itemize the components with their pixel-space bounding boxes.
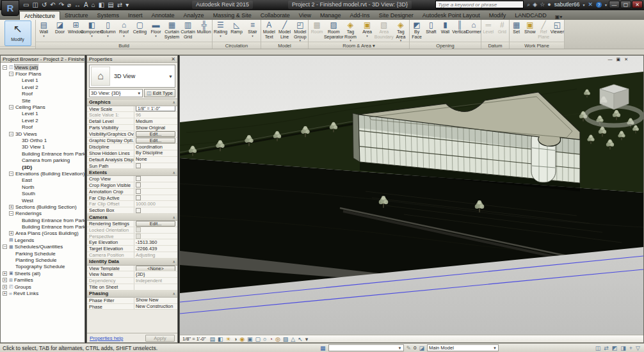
edit-button[interactable]: <None> bbox=[136, 266, 175, 271]
tab-annotate[interactable]: Annotate bbox=[147, 11, 179, 20]
panel-label-select[interactable]: Select ▾ bbox=[0, 46, 35, 49]
aligned-dimension-icon[interactable]: ↔ bbox=[74, 1, 81, 10]
property-value[interactable] bbox=[134, 227, 177, 233]
section-header-identity-data[interactable]: Identity Data∧ bbox=[87, 259, 177, 266]
show-rendering-dialog-icon[interactable]: ◉ bbox=[239, 336, 245, 342]
exchange-apps-icon[interactable]: ✕ bbox=[588, 1, 593, 8]
tree-item-elevations-building-elevation[interactable]: −Elevations (Building Elevation) bbox=[1, 170, 85, 177]
tree-item-area-plans-gross-building[interactable]: +Area Plans (Gross Building) bbox=[1, 230, 85, 237]
tree-item-level-2[interactable]: Level 2 bbox=[1, 84, 85, 90]
show-button[interactable]: ▣Show bbox=[523, 20, 536, 35]
tab-architecture[interactable]: Architecture bbox=[19, 11, 60, 20]
tree-item-west[interactable]: West bbox=[1, 197, 85, 204]
collapse-icon[interactable]: − bbox=[9, 72, 13, 76]
tree-item-floor-plans[interactable]: −Floor Plans bbox=[1, 70, 85, 77]
thin-lines-icon[interactable]: ▤ bbox=[108, 1, 113, 10]
collapse-icon[interactable]: − bbox=[9, 105, 13, 109]
grid-button[interactable]: #Grid bbox=[495, 20, 510, 35]
collapse-icon[interactable]: − bbox=[9, 172, 13, 176]
save-icon[interactable]: ◫ bbox=[32, 1, 38, 10]
tab-site-designer[interactable]: Site Designer bbox=[374, 11, 418, 20]
modify-button[interactable]: ↖Modify bbox=[4, 20, 31, 46]
tab-massing-site[interactable]: Massing & Site bbox=[209, 11, 256, 20]
expand-icon[interactable]: + bbox=[3, 271, 7, 276]
temporary-hide-isolate-icon[interactable]: ◔ bbox=[269, 336, 272, 342]
edit-button[interactable]: Edit... bbox=[136, 138, 175, 143]
set-button[interactable]: ▦Set bbox=[510, 20, 523, 35]
section-collapse-icon[interactable]: ∧ bbox=[173, 100, 175, 104]
dropdown-arrow-icon[interactable]: ▾ bbox=[107, 35, 109, 37]
tag-room-button[interactable]: ◈Tag Room▾ bbox=[342, 20, 358, 42]
wall-button[interactable]: ▮Wall bbox=[438, 20, 452, 35]
dormer-button[interactable]: ⌂Dormer bbox=[467, 20, 481, 35]
tree-item-ceiling-plans[interactable]: −Ceiling Plans bbox=[1, 104, 85, 110]
tree-item-level-1[interactable]: Level 1 bbox=[1, 111, 85, 117]
checkbox[interactable] bbox=[136, 182, 141, 188]
shadows-icon[interactable]: ◑ bbox=[234, 336, 237, 342]
tree-item-level-1[interactable]: Level 1 bbox=[1, 77, 85, 84]
filter-icon[interactable]: ▽ bbox=[636, 345, 640, 351]
dropdown-arrow-icon[interactable]: ▾ bbox=[43, 35, 45, 37]
property-value[interactable] bbox=[134, 234, 177, 239]
component-button[interactable]: ◧Component▾ bbox=[84, 20, 100, 37]
tree-item-legends[interactable]: ▤Legends bbox=[1, 237, 85, 243]
application-menu-button[interactable]: R bbox=[1, 0, 19, 16]
shaft-button[interactable]: ▯Shaft bbox=[424, 20, 438, 35]
property-value[interactable] bbox=[134, 189, 177, 195]
section-header-graphics[interactable]: Graphics∧ bbox=[87, 99, 177, 106]
property-value[interactable]: 1/8" = 1'-0" bbox=[134, 106, 177, 112]
tab-structure[interactable]: Structure bbox=[60, 11, 93, 20]
tree-item-planting-schedule[interactable]: Planting Schedule bbox=[1, 257, 85, 263]
property-value[interactable]: Independent bbox=[134, 278, 177, 284]
tree-item-level-2[interactable]: Level 2 bbox=[1, 117, 85, 124]
mullion-button[interactable]: ╬Mullion bbox=[196, 20, 212, 35]
section-header-phasing[interactable]: Phasing∧ bbox=[87, 291, 177, 298]
communication-center-icon[interactable]: ☆ bbox=[540, 1, 545, 8]
property-value[interactable]: Edit... bbox=[134, 138, 177, 143]
tree-item-groups[interactable]: +◰Groups bbox=[1, 284, 85, 290]
select-underlay-toggle-icon[interactable]: ⇄ bbox=[604, 345, 609, 351]
property-value[interactable]: Show Original bbox=[134, 125, 177, 131]
dropdown-arrow-icon[interactable]: ▾ bbox=[91, 35, 93, 37]
tree-item-sections-building-section[interactable]: +Sections (Building Section) bbox=[1, 204, 85, 210]
tree-item-camera-from-parking[interactable]: Camera from parking bbox=[1, 157, 85, 163]
checkbox[interactable] bbox=[136, 227, 141, 232]
minimize-button[interactable]: — bbox=[609, 1, 620, 8]
detail-level-icon[interactable]: ▤ bbox=[210, 336, 216, 342]
section-header-extents[interactable]: Extents∧ bbox=[87, 169, 177, 176]
design-options-select[interactable]: Main Model ▼ bbox=[427, 344, 499, 351]
instance-combo[interactable]: 3D View: {3D} ▼ bbox=[89, 89, 143, 97]
level-button[interactable]: ═Level bbox=[481, 20, 495, 35]
tree-item-roof[interactable]: Roof bbox=[1, 91, 85, 97]
tab-add-ins[interactable]: Add-Ins bbox=[346, 11, 374, 20]
default-3d-view-icon[interactable]: ⌂ bbox=[92, 1, 95, 10]
area-button[interactable]: ▣Area▾ bbox=[359, 20, 376, 37]
select-links-toggle-icon[interactable]: ◫ bbox=[595, 345, 601, 351]
sync-with-central-icon[interactable]: ↺ bbox=[42, 1, 47, 10]
crop-view-icon[interactable]: ▣ bbox=[247, 336, 253, 342]
search-input[interactable] bbox=[435, 1, 524, 8]
select-pinned-toggle-icon[interactable]: ◩ bbox=[612, 345, 618, 351]
floor-button[interactable]: ▬Floor▾ bbox=[148, 20, 164, 37]
tab-view[interactable]: View bbox=[294, 11, 316, 20]
property-value[interactable] bbox=[134, 176, 177, 182]
tree-item-families[interactable]: +⊞Families bbox=[1, 277, 85, 284]
sign-in-icon[interactable]: ● bbox=[547, 1, 551, 8]
section-icon[interactable]: ◧ bbox=[99, 1, 104, 10]
property-value[interactable]: Coordination bbox=[134, 144, 177, 150]
property-value[interactable]: 96 bbox=[134, 112, 177, 118]
by-face-button[interactable]: ◩By Face bbox=[410, 20, 424, 39]
model-line-button[interactable]: ╱Model Line bbox=[277, 20, 292, 39]
ramp-button[interactable]: ◺Ramp bbox=[229, 20, 245, 35]
section-collapse-icon[interactable]: ∧ bbox=[173, 170, 175, 175]
room-separator-button[interactable]: ▨Room Separator bbox=[325, 20, 342, 39]
tree-item-roof[interactable]: Roof bbox=[1, 124, 85, 131]
railing-button[interactable]: ☰Railing▾ bbox=[213, 20, 229, 37]
subscription-center-icon[interactable]: ◈ bbox=[533, 1, 537, 8]
value-input[interactable]: 1/8" = 1'-0" bbox=[136, 106, 175, 112]
properties-help-link[interactable]: Properties help bbox=[90, 335, 123, 341]
text-icon[interactable]: A bbox=[84, 1, 88, 10]
checkbox[interactable] bbox=[136, 208, 141, 213]
tree-item-building-entrance-from-parking-lot[interactable]: Building Entrance from Parking Lot bbox=[1, 217, 85, 223]
view-close-icon[interactable]: ✕ bbox=[624, 57, 628, 62]
